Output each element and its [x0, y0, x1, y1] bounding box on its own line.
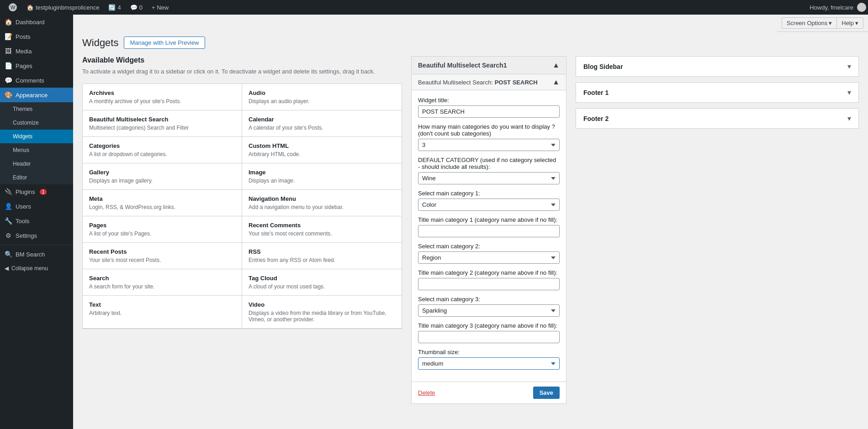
sidebar-item-header[interactable]: Header [0, 157, 73, 171]
widget-item[interactable]: CalendarA calendar of your site's Posts. [242, 110, 402, 137]
cat1-title-input[interactable] [418, 225, 560, 237]
widget-item-name: Categories [89, 142, 235, 149]
sidebar-item-dashboard[interactable]: 🏠 Dashboard [0, 15, 73, 29]
sidebar-item-widgets[interactable]: Widgets [0, 130, 73, 143]
screen-options-label: Screen Options [787, 20, 828, 26]
widget-item-desc: Your site's most recent comments. [249, 230, 395, 237]
sidebar-item-pages[interactable]: 📄 Pages [0, 58, 73, 73]
cat1-select[interactable]: Color [418, 199, 560, 211]
sidebar-label-users: Users [16, 203, 31, 210]
help-button[interactable]: Help ▾ [836, 17, 863, 29]
widget-item-name: Recent Comments [249, 222, 395, 229]
widget-item[interactable]: Recent CommentsYour site's most recent c… [242, 216, 402, 243]
widget-item[interactable]: Navigation MenuAdd a navigation menu to … [242, 190, 402, 216]
widget-item[interactable]: VideoDisplays a video from the media lib… [242, 296, 402, 329]
sidebar-item-appearance[interactable]: 🎨 Appearance [0, 88, 73, 102]
sidebar-item-customize[interactable]: Customize [0, 116, 73, 130]
cat2-title-input[interactable] [418, 278, 560, 290]
wp-icon: W [8, 3, 17, 12]
page-title: Widgets [82, 37, 118, 49]
sidebar-label-customize: Customize [13, 120, 39, 126]
widgets-layout: Available Widgets To activate a widget d… [82, 56, 859, 404]
sidebar-label-bm-search: BM Search [16, 251, 45, 258]
widget-item-name: Navigation Menu [249, 195, 395, 202]
page-header: Widgets Manage with Live Preview [82, 37, 859, 49]
widget-item-desc: Displays a video from the media library … [249, 310, 395, 323]
widget-item[interactable]: ArchivesA monthly archive of your site's… [83, 84, 242, 110]
thumbnail-select[interactable]: medium [418, 357, 560, 370]
widget-item-name: Archives [89, 89, 235, 96]
widget-item[interactable]: AudioDisplays an audio player. [242, 84, 402, 110]
widget-title-row: Widget title: [418, 97, 560, 118]
widget-item[interactable]: MetaLogin, RSS, & WordPress.org links. [83, 190, 242, 216]
main-cats-select[interactable]: 3 [418, 139, 560, 151]
widget-item-desc: Arbitrary text. [89, 310, 235, 316]
widget-item-desc: A calendar of your site's Posts. [249, 125, 395, 131]
footer-2-header[interactable]: Footer 2 ▾ [576, 109, 858, 128]
footer-1-area: Footer 1 ▾ [576, 82, 859, 103]
collapse-menu-item[interactable]: ◀ Collapse menu [0, 262, 73, 275]
widget-item-name: Tag Cloud [249, 275, 395, 282]
live-preview-button[interactable]: Manage with Live Preview [124, 37, 205, 49]
widget-item[interactable]: Tag CloudA cloud of your most used tags. [242, 269, 402, 296]
widget-item[interactable]: Beautiful Multiselect SearchMultiselect … [83, 110, 242, 137]
sidebar-item-tools[interactable]: 🔧 Tools [0, 214, 73, 228]
sidebar-label-editor: Editor [13, 174, 27, 181]
updates-item[interactable]: 🔄 4 [104, 0, 125, 15]
sidebar-divider [0, 245, 73, 245]
widget-item-desc: Multiselect (categories) Search and Filt… [89, 125, 235, 131]
widget-item[interactable]: SearchA search form for your site. [83, 269, 242, 296]
main-cats-label: How many main categories do you want to … [418, 123, 560, 137]
bms-collapse-arrow-icon[interactable]: ▲ [552, 61, 560, 69]
widget-item-name: Custom HTML [249, 142, 395, 149]
bms-footer: Delete Save [412, 382, 566, 403]
widget-item[interactable]: CategoriesA list or dropdown of categori… [83, 137, 242, 163]
save-button[interactable]: Save [533, 387, 560, 399]
bms-inner-collapse-icon[interactable]: ▲ [552, 78, 560, 86]
new-item[interactable]: + New [147, 0, 173, 15]
default-cat-select[interactable]: Wine [418, 172, 560, 184]
appearance-icon: 🎨 [5, 91, 12, 99]
delete-link[interactable]: Delete [418, 389, 435, 396]
cat3-title-input[interactable] [418, 331, 560, 343]
sidebar-item-plugins[interactable]: 🔌 Plugins 1 [0, 184, 73, 199]
bm-search-icon: 🔍 [5, 251, 12, 258]
howdy-item[interactable]: Howdy, fmelcare [805, 0, 868, 15]
sidebar-label-widgets: Widgets [13, 133, 32, 140]
sidebar-item-comments[interactable]: 💬 Comments [0, 73, 73, 88]
widget-item[interactable]: Recent PostsYour site's most recent Post… [83, 243, 242, 269]
widget-item[interactable]: RSSEntries from any RSS or Atom feed. [242, 243, 402, 269]
sidebar-item-settings[interactable]: ⚙ Settings [0, 228, 73, 243]
wp-logo-item[interactable]: W [4, 0, 22, 15]
widget-item[interactable]: PagesA list of your site's Pages. [83, 216, 242, 243]
sidebar-item-users[interactable]: 👤 Users [0, 199, 73, 214]
bms-body: Widget title: How many main categories d… [412, 90, 566, 382]
widget-title-input[interactable] [418, 105, 560, 118]
available-widgets-heading: Available Widgets [82, 56, 402, 64]
widget-item[interactable]: ImageDisplays an image. [242, 163, 402, 190]
widget-item[interactable]: GalleryDisplays an image gallery. [83, 163, 242, 190]
blog-sidebar-header[interactable]: Blog Sidebar ▾ [576, 57, 858, 76]
sidebar-item-bm-search[interactable]: 🔍 BM Search [0, 247, 73, 262]
widget-item-desc: A search form for your site. [89, 283, 235, 290]
widget-item[interactable]: Custom HTMLArbitrary HTML code. [242, 137, 402, 163]
widget-item-desc: Displays an audio player. [249, 98, 395, 105]
site-name-item[interactable]: 🏠 testpluginbmsprolicence [22, 0, 104, 15]
widget-item-name: RSS [249, 248, 395, 255]
sidebar-item-menus[interactable]: Menus [0, 143, 73, 157]
comments-item[interactable]: 💬 0 [126, 0, 147, 15]
cat2-row: Select main category 2: Region [418, 243, 560, 264]
widget-item[interactable]: TextArbitrary text. [83, 296, 242, 329]
cat3-select[interactable]: Sparkling [418, 304, 560, 317]
sidebar-item-themes[interactable]: Themes [0, 102, 73, 116]
sidebar-item-posts[interactable]: 📝 Posts [0, 29, 73, 44]
sidebar-item-editor[interactable]: Editor [0, 171, 73, 184]
main-cats-row: How many main categories do you want to … [418, 123, 560, 151]
cat2-title-row: Title main category 2 (category name abo… [418, 269, 560, 290]
footer-1-header[interactable]: Footer 1 ▾ [576, 83, 858, 102]
dashboard-icon: 🏠 [5, 18, 12, 26]
sidebar-item-media[interactable]: 🖼 Media [0, 44, 73, 58]
footer-1-arrow-icon: ▾ [847, 88, 851, 97]
cat2-select[interactable]: Region [418, 251, 560, 264]
screen-options-button[interactable]: Screen Options ▾ [782, 17, 837, 29]
